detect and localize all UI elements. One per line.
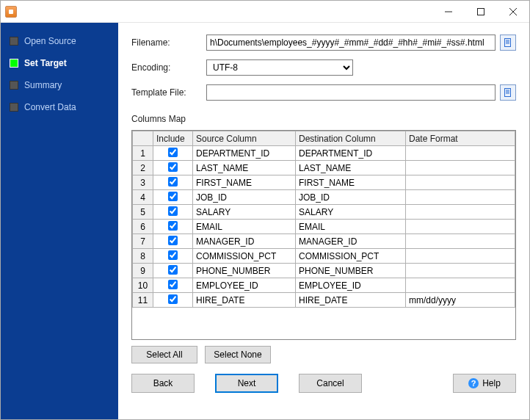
include-checkbox[interactable] — [168, 265, 178, 275]
table-row[interactable]: 6EMAILEMAIL — [133, 220, 515, 234]
row-number: 5 — [133, 205, 153, 220]
include-checkbox[interactable] — [168, 206, 178, 216]
titlebar — [1, 1, 529, 23]
destination-column-cell[interactable]: FIRST_NAME — [296, 175, 406, 190]
source-column-cell[interactable]: EMPLOYEE_ID — [193, 278, 296, 293]
source-column-cell[interactable]: SALARY — [193, 205, 296, 220]
step-label: Open Source — [24, 36, 76, 46]
template-label: Template File: — [131, 87, 202, 98]
destination-column-cell[interactable]: SALARY — [296, 205, 406, 220]
row-number: 2 — [133, 161, 153, 175]
step-label: Summary — [24, 80, 62, 90]
step-bullet-icon — [10, 103, 18, 112]
cancel-button[interactable]: Cancel — [299, 374, 362, 393]
source-column-cell[interactable]: COMMISSION_PCT — [193, 249, 296, 264]
date-format-cell[interactable] — [406, 175, 515, 190]
document-icon — [504, 88, 512, 97]
date-format-cell[interactable] — [406, 161, 515, 175]
table-row[interactable]: 10EMPLOYEE_IDEMPLOYEE_ID — [133, 278, 515, 293]
encoding-select[interactable]: UTF-8 — [206, 59, 353, 76]
include-checkbox[interactable] — [168, 221, 178, 231]
wizard-window: Open Source Set Target Summary Convert D… — [0, 0, 530, 420]
template-input[interactable] — [206, 84, 495, 101]
table-row[interactable]: 7MANAGER_IDMANAGER_ID — [133, 234, 515, 249]
row-number: 10 — [133, 278, 153, 293]
date-format-cell[interactable] — [406, 146, 515, 161]
date-format-cell[interactable]: mm/dd/yyyy — [406, 293, 515, 308]
date-format-header[interactable]: Date Format — [406, 131, 515, 146]
step-bullet-icon — [10, 37, 18, 46]
wizard-steps-sidebar: Open Source Set Target Summary Convert D… — [1, 23, 118, 419]
step-bullet-icon — [10, 59, 18, 68]
table-row[interactable]: 3FIRST_NAMEFIRST_NAME — [133, 175, 515, 190]
filename-input[interactable] — [206, 35, 495, 51]
include-checkbox[interactable] — [168, 162, 178, 172]
destination-column-header[interactable]: Destination Column — [296, 131, 406, 146]
table-row[interactable]: 2LAST_NAMELAST_NAME — [133, 161, 515, 175]
select-all-button[interactable]: Select All — [131, 346, 197, 363]
date-format-cell[interactable] — [406, 264, 515, 278]
date-format-cell[interactable] — [406, 249, 515, 264]
row-number-header — [133, 131, 153, 146]
source-column-cell[interactable]: PHONE_NUMBER — [193, 264, 296, 278]
source-column-cell[interactable]: EMAIL — [193, 220, 296, 234]
destination-column-cell[interactable]: HIRE_DATE — [296, 293, 406, 308]
destination-column-cell[interactable]: COMMISSION_PCT — [296, 249, 406, 264]
close-button[interactable] — [497, 1, 529, 23]
template-browse-button[interactable] — [500, 84, 516, 101]
step-open-source[interactable]: Open Source — [10, 36, 118, 46]
destination-column-cell[interactable]: MANAGER_ID — [296, 234, 406, 249]
filename-browse-button[interactable] — [500, 35, 516, 51]
table-row[interactable]: 11HIRE_DATEHIRE_DATEmm/dd/yyyy — [133, 293, 515, 308]
source-column-cell[interactable]: DEPARTMENT_ID — [193, 146, 296, 161]
row-number: 9 — [133, 264, 153, 278]
table-row[interactable]: 5SALARYSALARY — [133, 205, 515, 220]
destination-column-cell[interactable]: LAST_NAME — [296, 161, 406, 175]
columns-map-label: Columns Map — [131, 114, 516, 124]
document-icon — [504, 38, 512, 47]
destination-column-cell[interactable]: PHONE_NUMBER — [296, 264, 406, 278]
help-label: Help — [482, 378, 501, 388]
table-row[interactable]: 1DEPARTMENT_IDDEPARTMENT_ID — [133, 146, 515, 161]
destination-column-cell[interactable]: EMPLOYEE_ID — [296, 278, 406, 293]
row-number: 1 — [133, 146, 153, 161]
step-summary[interactable]: Summary — [10, 80, 118, 90]
svg-rect-8 — [505, 89, 511, 97]
minimize-button[interactable] — [432, 1, 465, 23]
date-format-cell[interactable] — [406, 190, 515, 205]
date-format-cell[interactable] — [406, 220, 515, 234]
table-row[interactable]: 4JOB_IDJOB_ID — [133, 190, 515, 205]
include-checkbox[interactable] — [168, 294, 178, 304]
destination-column-cell[interactable]: EMAIL — [296, 220, 406, 234]
include-checkbox[interactable] — [168, 192, 178, 201]
next-button[interactable]: Next — [215, 374, 278, 393]
columns-map-table: Include Source Column Destination Column… — [131, 130, 516, 340]
back-button[interactable]: Back — [131, 374, 195, 393]
include-checkbox[interactable] — [168, 250, 178, 260]
step-convert-data[interactable]: Convert Data — [10, 102, 118, 112]
destination-column-cell[interactable]: DEPARTMENT_ID — [296, 146, 406, 161]
select-none-button[interactable]: Select None — [205, 346, 271, 363]
include-checkbox[interactable] — [168, 177, 178, 187]
include-checkbox[interactable] — [168, 236, 178, 245]
source-column-header[interactable]: Source Column — [193, 131, 296, 146]
source-column-cell[interactable]: HIRE_DATE — [193, 293, 296, 308]
maximize-button[interactable] — [465, 1, 497, 23]
step-set-target[interactable]: Set Target — [10, 58, 118, 68]
row-number: 11 — [133, 293, 153, 308]
include-checkbox[interactable] — [168, 148, 178, 157]
table-row[interactable]: 8COMMISSION_PCTCOMMISSION_PCT — [133, 249, 515, 264]
include-checkbox[interactable] — [168, 280, 178, 289]
destination-column-cell[interactable]: JOB_ID — [296, 190, 406, 205]
source-column-cell[interactable]: FIRST_NAME — [193, 175, 296, 190]
help-button[interactable]: ? Help — [453, 374, 516, 393]
encoding-label: Encoding: — [131, 62, 202, 73]
date-format-cell[interactable] — [406, 205, 515, 220]
date-format-cell[interactable] — [406, 278, 515, 293]
source-column-cell[interactable]: MANAGER_ID — [193, 234, 296, 249]
source-column-cell[interactable]: JOB_ID — [193, 190, 296, 205]
date-format-cell[interactable] — [406, 234, 515, 249]
include-header[interactable]: Include — [153, 131, 193, 146]
table-row[interactable]: 9PHONE_NUMBERPHONE_NUMBER — [133, 264, 515, 278]
source-column-cell[interactable]: LAST_NAME — [193, 161, 296, 175]
